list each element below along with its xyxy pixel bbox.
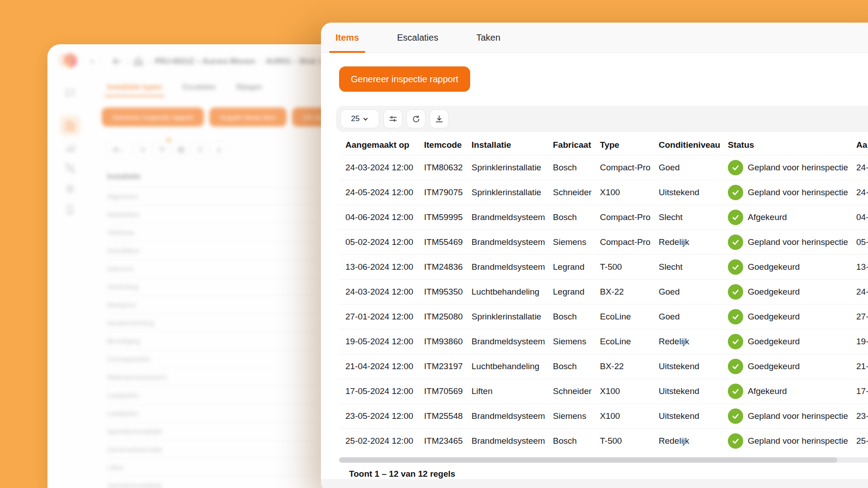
- cell-itemcode: ITM59995: [424, 212, 472, 222]
- table-row[interactable]: 24-05-2024 12:00 ITM79075 Sprinklerinsta…: [339, 180, 868, 205]
- cell-type: X100: [600, 386, 659, 396]
- cell-installatie: Brandmeldsysteem: [472, 237, 553, 247]
- cell-conditieniveau: Uitstekend: [659, 411, 728, 421]
- cell-next-date: 13-: [856, 262, 868, 272]
- col-type[interactable]: Type: [600, 140, 659, 150]
- tab-taken[interactable]: Taken: [470, 23, 506, 52]
- status-label: Gepland voor herinspectie: [748, 188, 848, 197]
- cell-itemcode: ITM55469: [424, 237, 472, 247]
- refresh-button[interactable]: [406, 109, 425, 128]
- column-settings-button[interactable]: [383, 109, 402, 128]
- table-header-row: Aangemaakt op Itemcode Installatie Fabri…: [339, 135, 868, 155]
- table-row[interactable]: 25-02-2024 12:00 ITM23465 Brandmeldsyste…: [339, 428, 868, 453]
- cell-aangemaakt-op: 23-05-2024 12:00: [345, 411, 424, 421]
- cell-conditieniveau: Goed: [659, 312, 728, 322]
- cell-conditieniveau: Redelijk: [659, 436, 728, 446]
- page-size-value: 25: [351, 114, 360, 123]
- cell-status: Goedgekeurd: [728, 259, 856, 275]
- status-check-icon: [728, 359, 743, 374]
- cell-installatie: Sprinklerinstallatie: [472, 312, 553, 322]
- table-row[interactable]: 27-01-2024 12:00 ITM25080 Sprinklerinsta…: [339, 304, 868, 329]
- cell-fabricaat: Legrand: [553, 287, 600, 297]
- table-row[interactable]: 24-03-2024 12:00 ITM95350 Luchtbehandeli…: [339, 279, 868, 304]
- cell-installatie: Brandmeldsysteem: [472, 262, 553, 272]
- tab-items[interactable]: Items: [329, 23, 365, 52]
- cell-type: X100: [600, 411, 659, 421]
- horizontal-scrollbar-thumb[interactable]: [339, 457, 837, 463]
- modal-body: Genereer inspectie rapport 25 Aangemaakt…: [321, 66, 868, 479]
- col-fabricaat[interactable]: Fabricaat: [553, 140, 600, 150]
- cell-conditieniveau: Uitstekend: [659, 188, 728, 197]
- col-status[interactable]: Status: [728, 140, 856, 150]
- cell-type: EcoLine: [600, 337, 659, 347]
- cell-status: Goedgekeurd: [728, 284, 856, 300]
- cell-type: T-500: [600, 436, 659, 446]
- status-label: Goedgekeurd: [748, 262, 800, 272]
- cell-next-date: 19-: [856, 337, 868, 347]
- table-toolbar: 25: [336, 106, 868, 132]
- table-row[interactable]: 24-03-2024 12:00 ITM80632 Sprinklerinsta…: [339, 155, 868, 180]
- refresh-icon: [412, 115, 420, 123]
- status-label: Gepland voor herinspectie: [748, 436, 848, 446]
- cell-type: Compact-Pro: [600, 237, 659, 247]
- cell-type: Compact-Pro: [600, 163, 659, 173]
- col-aangemaakt-op[interactable]: Aangemaakt op: [345, 140, 424, 150]
- table-row[interactable]: 23-05-2024 12:00 ITM25548 Brandmeldsyste…: [339, 404, 868, 428]
- cell-installatie: Brandmeldsysteem: [472, 212, 553, 222]
- status-label: Goedgekeurd: [748, 337, 800, 347]
- cell-next-date: 04-: [856, 212, 868, 222]
- horizontal-scrollbar-track[interactable]: [339, 457, 868, 463]
- cell-installatie: Liften: [472, 386, 553, 396]
- cell-next-date: 05-: [856, 237, 868, 247]
- table-row[interactable]: 05-02-2024 12:00 ITM55469 Brandmeldsyste…: [339, 230, 868, 254]
- cell-status: Gepland voor herinspectie: [728, 433, 856, 449]
- table-row[interactable]: 17-05-2024 12:00 ITM70569 Liften Schneid…: [339, 379, 868, 404]
- col-itemcode[interactable]: Itemcode: [424, 140, 472, 150]
- col-conditieniveau[interactable]: Conditieniveau: [659, 140, 728, 150]
- tab-escalaties[interactable]: Escalaties: [391, 23, 444, 52]
- genereer-inspectie-rapport-button[interactable]: Genereer inspectie rapport: [339, 66, 470, 92]
- table-row[interactable]: 19-05-2024 12:00 ITM93860 Brandmeldsyste…: [339, 329, 868, 354]
- col-installatie[interactable]: Installatie: [472, 140, 553, 150]
- cell-installatie: Sprinklerinstallatie: [472, 188, 553, 197]
- cell-itemcode: ITM70569: [424, 386, 472, 396]
- modal-bottom-bar: [321, 479, 868, 488]
- cell-conditieniveau: Redelijk: [659, 237, 728, 247]
- cell-fabricaat: Bosch: [553, 436, 600, 446]
- cell-conditieniveau: Goed: [659, 163, 728, 173]
- cell-installatie: Sprinklerinstallatie: [472, 163, 553, 173]
- table-row[interactable]: 04-06-2024 12:00 ITM59995 Brandmeldsyste…: [339, 205, 868, 230]
- cell-aangemaakt-op: 24-03-2024 12:00: [345, 287, 424, 297]
- cell-installatie: Brandmeldsysteem: [472, 436, 553, 446]
- status-check-icon: [728, 334, 743, 349]
- table-row[interactable]: 21-04-2024 12:00 ITM23197 Luchtbehandeli…: [339, 354, 868, 379]
- cell-fabricaat: Siemens: [553, 411, 600, 421]
- status-label: Goedgekeurd: [748, 312, 800, 322]
- page-size-select[interactable]: 25: [340, 109, 379, 128]
- status-check-icon: [728, 235, 743, 250]
- download-button[interactable]: [429, 109, 448, 128]
- cell-status: Gepland voor herinspectie: [728, 185, 856, 200]
- cell-fabricaat: Siemens: [553, 337, 600, 347]
- cell-installatie: Luchtbehandeling: [472, 361, 553, 371]
- cell-itemcode: ITM23197: [424, 361, 472, 371]
- cell-next-date: 24-: [856, 287, 868, 297]
- cell-aangemaakt-op: 21-04-2024 12:00: [345, 361, 424, 371]
- status-label: Afgekeurd: [748, 212, 787, 222]
- cell-type: T-500: [600, 262, 659, 272]
- cell-conditieniveau: Slecht: [659, 262, 728, 272]
- cell-fabricaat: Bosch: [553, 312, 600, 322]
- cell-conditieniveau: Uitstekend: [659, 386, 728, 396]
- cell-status: Gepland voor herinspectie: [728, 408, 856, 424]
- status-check-icon: [728, 408, 743, 424]
- cell-fabricaat: Siemens: [553, 237, 600, 247]
- table-row[interactable]: 13-06-2024 12:00 ITM24836 Brandmeldsyste…: [339, 254, 868, 279]
- chevron-down-icon: [363, 116, 368, 122]
- cell-fabricaat: Bosch: [553, 212, 600, 222]
- cell-type: X100: [600, 188, 659, 197]
- cell-aangemaakt-op: 24-03-2024 12:00: [345, 163, 424, 173]
- status-check-icon: [728, 185, 743, 200]
- status-check-icon: [728, 284, 743, 300]
- col-next[interactable]: Aa: [856, 140, 868, 150]
- status-label: Gepland voor herinspectie: [748, 237, 848, 247]
